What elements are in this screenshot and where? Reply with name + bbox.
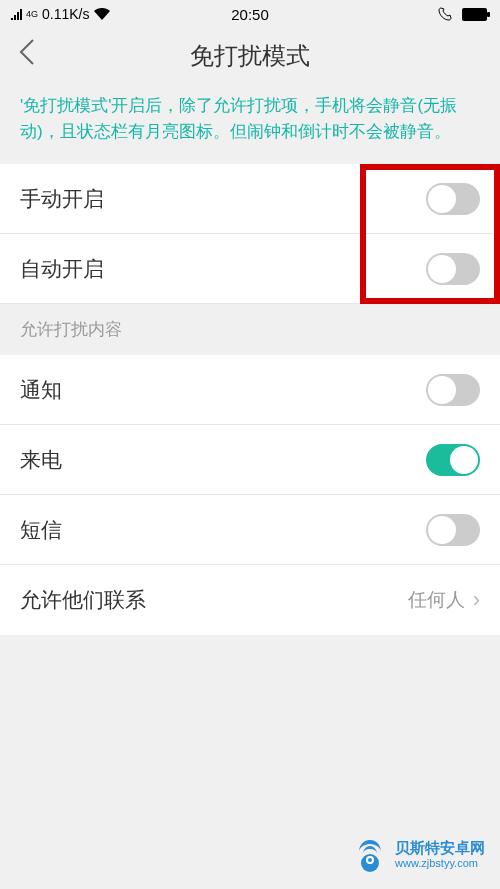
notification-label: 通知 <box>20 376 62 404</box>
allow-contact-value: 任何人 <box>408 587 465 613</box>
status-time: 20:50 <box>231 6 269 23</box>
manual-enable-label: 手动开启 <box>20 185 104 213</box>
sms-label: 短信 <box>20 516 62 544</box>
allow-contact-label: 允许他们联系 <box>20 586 146 614</box>
svg-rect-0 <box>462 8 487 21</box>
auto-enable-row: 自动开启 <box>0 234 500 304</box>
allow-section: 通知 来电 短信 允许他们联系 任何人 › <box>0 355 500 635</box>
sms-toggle[interactable] <box>426 514 480 546</box>
phone-hd-icon <box>438 7 456 21</box>
call-toggle[interactable] <box>426 444 480 476</box>
svg-rect-1 <box>487 12 490 17</box>
status-bar: 4G 0.11K/s 20:50 <box>0 0 500 28</box>
watermark-logo-icon <box>351 836 389 874</box>
wifi-icon <box>94 8 110 20</box>
battery-icon <box>462 8 490 21</box>
call-label: 来电 <box>20 446 62 474</box>
notification-toggle[interactable] <box>426 374 480 406</box>
notification-row: 通知 <box>0 355 500 425</box>
description-text: '免打扰模式'开启后，除了允许打扰项，手机将会静音(无振动)，且状态栏有月亮图标… <box>0 83 500 164</box>
status-right <box>438 7 490 21</box>
svg-point-3 <box>368 858 372 862</box>
allow-section-header: 允许打扰内容 <box>0 304 500 355</box>
call-row: 来电 <box>0 425 500 495</box>
allow-contact-row[interactable]: 允许他们联系 任何人 › <box>0 565 500 635</box>
signal-icon <box>10 8 24 20</box>
signal-label: 4G <box>26 9 38 19</box>
page-header: 免打扰模式 <box>0 28 500 83</box>
manual-enable-toggle[interactable] <box>426 183 480 215</box>
watermark-url: www.zjbstyy.com <box>395 857 485 870</box>
watermark: 贝斯特安卓网 www.zjbstyy.com <box>351 836 485 874</box>
sms-row: 短信 <box>0 495 500 565</box>
page-title: 免打扰模式 <box>0 40 500 72</box>
auto-enable-label: 自动开启 <box>20 255 104 283</box>
back-button[interactable] <box>18 38 36 73</box>
allow-contact-value-group: 任何人 › <box>408 587 480 613</box>
toggle-section: 手动开启 自动开启 <box>0 164 500 304</box>
watermark-title: 贝斯特安卓网 <box>395 839 485 857</box>
watermark-text: 贝斯特安卓网 www.zjbstyy.com <box>395 839 485 870</box>
auto-enable-toggle[interactable] <box>426 253 480 285</box>
network-speed: 0.11K/s <box>42 6 89 22</box>
chevron-right-icon: › <box>473 587 480 613</box>
manual-enable-row: 手动开启 <box>0 164 500 234</box>
status-left: 4G 0.11K/s <box>10 6 110 22</box>
